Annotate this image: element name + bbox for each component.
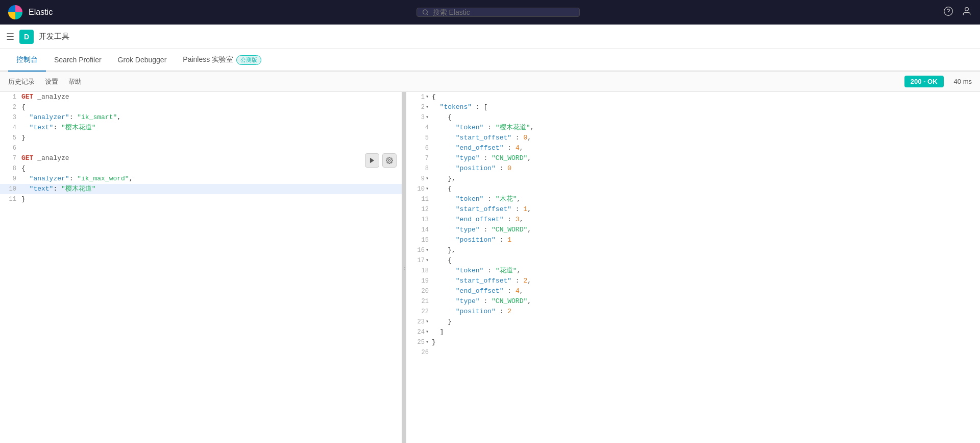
code-line-8: 8 { [0,164,402,174]
out-line-5: 5 "start_offset" : 0, [406,133,980,143]
code-line-5: 5 } [0,133,402,143]
code-line-10: 10 "text": "樱木花道" [0,184,402,194]
out-line-21: 21 "type" : "CN_WORD", [406,296,980,307]
top-navbar: Elastic [0,0,980,25]
elastic-logo[interactable] [8,5,22,19]
out-line-14: 14 "type" : "CN_WORD", [406,225,980,235]
code-line-2: 2 { [0,102,402,112]
out-line-18: 18 "token" : "花道", [406,266,980,276]
out-line-8: 8 "position" : 0 [406,164,980,174]
out-line-4: 4 "token" : "樱木花道", [406,123,980,133]
user-icon[interactable] [962,6,972,19]
out-line-2: 2 ▾ "tokens" : [ [406,102,980,112]
out-line-25: 25 ▾ } [406,337,980,347]
out-line-17: 17 ▾ { [406,255,980,266]
status-badge: 200 - OK [904,76,944,87]
out-line-10: 10 ▾ { [406,184,980,194]
out-line-26: 26 [406,347,980,358]
right-output[interactable]: 1 ▾ { 2 ▾ "tokens" : [ 3 ▾ { 4 "token" :… [406,92,980,443]
app-badge: D [19,30,34,44]
out-line-16: 16 ▾ }, [406,245,980,255]
svg-point-2 [944,7,953,15]
svg-line-1 [427,14,428,15]
code-line-7: 7 GET _analyze [0,153,402,164]
toolbar: 历史记录 设置 帮助 200 - OK 40 ms [0,72,980,92]
tab-search-profiler[interactable]: Search Profiler [46,49,110,72]
out-line-20: 20 "end_offset" : 4, [406,286,980,296]
out-line-13: 13 "end_offset" : 3, [406,215,980,225]
search-bar[interactable] [416,8,580,17]
search-icon [422,9,429,16]
out-line-3: 3 ▾ { [406,112,980,123]
app-name: 开发工具 [39,32,69,41]
code-line-6: 6 [0,143,402,153]
tab-grok-debugger[interactable]: Grok Debugger [110,49,175,72]
svg-point-6 [388,159,390,161]
out-line-7: 7 "type" : "CN_WORD", [406,153,980,164]
action-icons [365,153,397,168]
out-line-19: 19 "start_offset" : 2, [406,276,980,286]
history-button[interactable]: 历史记录 [8,77,35,86]
nav-icons [943,6,972,19]
tab-painless[interactable]: Painless 实验室 公测版 [175,49,270,72]
settings-button[interactable]: 设置 [45,77,58,86]
app-bar: ☰ D 开发工具 [0,25,980,49]
out-line-11: 11 "token" : "木花", [406,194,980,204]
beta-badge: 公测版 [236,55,261,65]
settings-query-button[interactable] [382,153,397,168]
svg-marker-5 [370,158,374,164]
svg-point-4 [965,7,969,11]
code-line-1: 1 GET _analyze [0,92,402,102]
out-line-12: 12 "start_offset" : 1, [406,204,980,215]
main-area: 1 GET _analyze 2 { 3 "analyzer": "ik_sma… [0,92,980,443]
left-editor[interactable]: 1 GET _analyze 2 { 3 "analyzer": "ik_sma… [0,92,403,443]
out-line-9: 9 ▾ }, [406,174,980,184]
out-line-6: 6 "end_offset" : 4, [406,143,980,153]
hamburger-menu[interactable]: ☰ [6,31,14,42]
code-line-11: 11 } [0,194,402,204]
help-button[interactable]: 帮助 [68,77,82,86]
search-input[interactable] [433,8,574,16]
tabs-bar: 控制台 Search Profiler Grok Debugger Painle… [0,49,980,72]
out-line-24: 24 ▾ ] [406,327,980,337]
help-icon[interactable] [943,6,953,19]
response-time: 40 ms [954,78,972,85]
out-line-15: 15 "position" : 1 [406,235,980,245]
svg-point-0 [423,10,427,14]
out-line-22: 22 "position" : 2 [406,307,980,317]
code-line-4: 4 "text": "樱木花道" [0,123,402,133]
code-line-3: 3 "analyzer": "ik_smart", [0,112,402,123]
run-button[interactable] [365,153,379,168]
elastic-title: Elastic [29,8,53,17]
tab-console[interactable]: 控制台 [8,49,46,72]
out-line-1: 1 ▾ { [406,92,980,102]
out-line-23: 23 ▾ } [406,317,980,327]
code-line-9: 9 "analyzer": "ik_max_word", [0,174,402,184]
